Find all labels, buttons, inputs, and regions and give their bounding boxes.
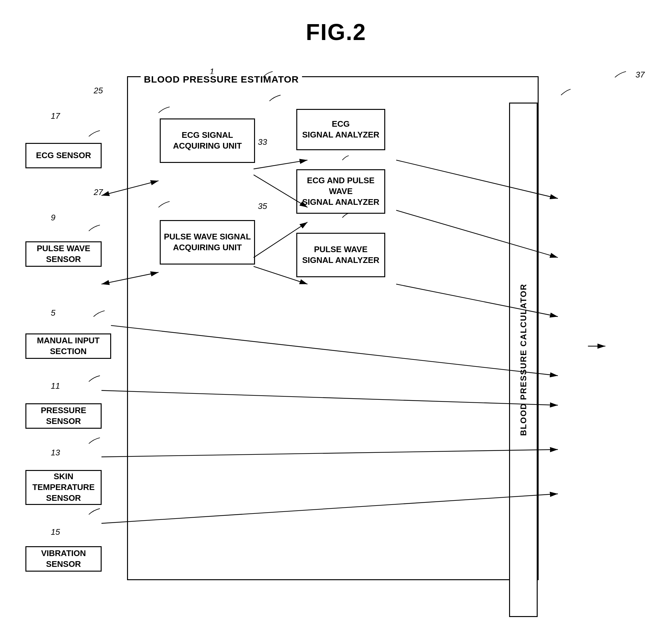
pulse-wave-sensor-label: PULSE WAVE SENSOR <box>29 243 97 265</box>
pulse-acquiring-label: PULSE WAVE SIGNAL ACQUIRING UNIT <box>164 232 251 253</box>
pulse-wave-analyzer-label: PULSE WAVE SIGNAL ANALYZER <box>302 244 379 266</box>
label-num-37: 37 <box>635 70 645 80</box>
ecg-analyzer-label: ECG SIGNAL ANALYZER <box>302 119 379 140</box>
bp-calculator-box: BLOOD PRESSURE CALCULATOR <box>509 102 538 617</box>
label-num-5: 5 <box>51 308 55 318</box>
label-num-9: 9 <box>51 213 55 223</box>
pulse-acquiring-box: PULSE WAVE SIGNAL ACQUIRING UNIT <box>160 220 255 265</box>
manual-input-label: MANUAL INPUT SECTION <box>29 335 107 357</box>
ecg-sensor-label: ECG SENSOR <box>36 150 91 161</box>
bp-estimator-box: BLOOD PRESSURE ESTIMATOR ECG SIGNAL ACQU… <box>127 76 538 580</box>
page-title: FIG.2 <box>0 0 672 58</box>
ecg-analyzer-box: ECG SIGNAL ANALYZER <box>296 109 385 150</box>
ecg-pulse-analyzer-box: ECG AND PULSE WAVE SIGNAL ANALYZER <box>296 169 385 214</box>
bp-estimator-label: BLOOD PRESSURE ESTIMATOR <box>141 74 302 85</box>
bp-calculator-label: BLOOD PRESSURE CALCULATOR <box>519 284 528 436</box>
ecg-pulse-analyzer-label: ECG AND PULSE WAVE SIGNAL ANALYZER <box>301 175 381 208</box>
label-num-17: 17 <box>51 111 60 121</box>
vibration-sensor-box: VIBRATION SENSOR <box>25 546 102 572</box>
ecg-acquiring-box: ECG SIGNAL ACQUIRING UNIT <box>160 118 255 163</box>
label-num-11: 11 <box>51 381 60 391</box>
ecg-sensor-box: ECG SENSOR <box>25 143 102 168</box>
pulse-wave-sensor-box: PULSE WAVE SENSOR <box>25 241 102 267</box>
label-num-13: 13 <box>51 448 60 458</box>
pressure-sensor-box: PRESSURE SENSOR <box>25 403 102 429</box>
skin-temp-sensor-label: SKIN TEMPERATURE SENSOR <box>29 471 97 503</box>
label-num-25: 25 <box>94 86 103 96</box>
manual-input-box: MANUAL INPUT SECTION <box>25 334 111 359</box>
ecg-acquiring-label: ECG SIGNAL ACQUIRING UNIT <box>173 130 242 151</box>
label-num-27: 27 <box>94 187 103 197</box>
skin-temp-sensor-box: SKIN TEMPERATURE SENSOR <box>25 470 102 505</box>
label-num-15: 15 <box>51 527 60 537</box>
pressure-sensor-label: PRESSURE SENSOR <box>29 405 97 427</box>
vibration-sensor-label: VIBRATION SENSOR <box>29 548 97 570</box>
pulse-wave-analyzer-box: PULSE WAVE SIGNAL ANALYZER <box>296 233 385 277</box>
